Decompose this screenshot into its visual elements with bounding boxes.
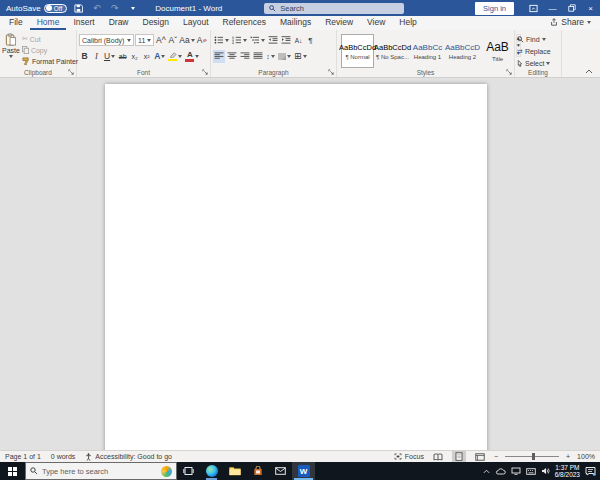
tab-layout[interactable]: Layout [176, 16, 216, 30]
clipboard-dialog-launcher[interactable] [68, 69, 74, 75]
paste-button[interactable]: Paste [2, 32, 20, 67]
zoom-level[interactable]: 100% [577, 453, 595, 460]
customize-qat-button[interactable] [126, 1, 139, 15]
replace-button[interactable]: ⇄ Replace [517, 46, 559, 57]
taskbar-word-button[interactable]: W [292, 462, 315, 480]
align-center-button[interactable] [226, 50, 238, 63]
text-highlight-button[interactable] [167, 50, 183, 63]
italic-button[interactable]: I [91, 50, 102, 63]
tab-draw[interactable]: Draw [102, 16, 136, 30]
tab-design[interactable]: Design [136, 16, 176, 30]
collapse-ribbon-button[interactable] [585, 69, 593, 74]
superscript-button[interactable]: x² [141, 50, 152, 63]
justify-button[interactable] [252, 50, 264, 63]
page-indicator[interactable]: Page 1 of 1 [5, 453, 41, 460]
paragraph-dialog-launcher[interactable] [328, 69, 334, 75]
decrease-indent-button[interactable] [267, 34, 279, 47]
font-color-button[interactable]: A [184, 50, 200, 63]
zoom-out-button[interactable]: − [494, 453, 498, 460]
bold-button[interactable]: B [79, 50, 90, 63]
increase-indent-button[interactable] [280, 34, 292, 47]
action-center-button[interactable] [585, 466, 596, 476]
tray-network-button[interactable] [511, 467, 521, 475]
style-heading-2[interactable]: AaBbCcDHeading 2 [446, 34, 479, 68]
align-right-button[interactable] [239, 50, 251, 63]
tab-review[interactable]: Review [318, 16, 360, 30]
tab-view[interactable]: View [360, 16, 392, 30]
close-button[interactable]: × [581, 0, 600, 16]
zoom-slider[interactable] [505, 456, 559, 457]
tray-volume-button[interactable] [541, 467, 550, 475]
tab-insert[interactable]: Insert [66, 16, 101, 30]
bullets-button[interactable] [213, 34, 230, 47]
tab-home[interactable]: Home [30, 16, 67, 30]
find-button[interactable]: Find [517, 34, 559, 45]
document-page[interactable] [105, 84, 487, 450]
minimize-button[interactable]: — [543, 0, 562, 16]
task-view-button[interactable] [177, 462, 200, 480]
search-box[interactable] [264, 3, 404, 14]
search-highlights-icon[interactable] [161, 466, 172, 477]
select-button[interactable]: Select [517, 58, 559, 69]
word-count[interactable]: 0 words [51, 453, 76, 460]
font-size-combobox[interactable]: 11 [135, 34, 154, 46]
grow-font-button[interactable]: A^ [155, 34, 166, 47]
style-heading-1[interactable]: AaBbCcHeading 1 [411, 34, 444, 68]
save-button[interactable] [72, 1, 85, 15]
style-no-spacing[interactable]: AaBbCcDd¶ No Spac... [376, 34, 409, 68]
read-mode-button[interactable] [431, 451, 445, 462]
start-button[interactable] [0, 462, 25, 480]
tab-references[interactable]: References [216, 16, 273, 30]
subscript-button[interactable]: x₂ [129, 50, 140, 63]
taskbar-search-box[interactable] [25, 462, 177, 480]
ribbon-display-options-button[interactable] [524, 0, 543, 16]
taskbar-store-button[interactable] [246, 462, 269, 480]
styles-dialog-launcher[interactable] [506, 69, 512, 75]
taskbar-clock[interactable]: 1:37 PM 6/8/2023 [555, 464, 580, 478]
web-layout-button[interactable] [473, 451, 487, 462]
sign-in-button[interactable]: Sign in [475, 2, 514, 15]
tab-mailings[interactable]: Mailings [273, 16, 318, 30]
sort-button[interactable]: A↓ [293, 34, 304, 47]
tray-onedrive-button[interactable] [495, 468, 506, 475]
share-button[interactable]: Share [541, 17, 600, 30]
print-layout-button[interactable] [452, 451, 466, 462]
font-dialog-launcher[interactable] [202, 69, 208, 75]
autosave-toggle[interactable]: AutoSave Off [6, 4, 67, 13]
taskbar-mail-button[interactable] [269, 462, 292, 480]
tab-help[interactable]: Help [392, 16, 423, 30]
change-case-button[interactable]: Aa [179, 34, 194, 47]
line-spacing-button[interactable]: ↕ [265, 50, 276, 63]
focus-mode-button[interactable]: Focus [394, 453, 424, 460]
strikethrough-button[interactable]: ab [117, 50, 128, 63]
restore-button[interactable] [562, 0, 581, 16]
undo-button[interactable]: ↶ [90, 1, 103, 15]
search-input[interactable] [280, 4, 380, 13]
shrink-font-button[interactable]: Aˇ [167, 34, 178, 47]
font-family-combobox[interactable]: Calibri (Body) [79, 34, 134, 46]
redo-button[interactable]: ↷ [108, 1, 121, 15]
copy-button[interactable]: Copy [22, 45, 78, 55]
clear-formatting-button[interactable]: A [196, 34, 208, 47]
zoom-slider-thumb[interactable] [532, 453, 535, 460]
format-painter-button[interactable]: Format Painter [22, 56, 78, 66]
accessibility-status[interactable]: Accessibility: Good to go [85, 453, 172, 461]
style-normal[interactable]: AaBbCcDd¶ Normal [341, 34, 374, 68]
show-formatting-marks-button[interactable]: ¶ [305, 34, 316, 47]
taskbar-search-input[interactable] [42, 467, 157, 476]
shading-button[interactable] [277, 50, 292, 63]
tab-file[interactable]: File [2, 16, 30, 30]
multilevel-list-button[interactable] [249, 34, 266, 47]
align-left-button[interactable] [213, 50, 225, 63]
show-hidden-icons-button[interactable] [483, 469, 490, 474]
taskbar-file-explorer-button[interactable] [223, 462, 246, 480]
borders-button[interactable]: ⊞ [293, 50, 308, 63]
cut-button[interactable]: ✂Cut [22, 34, 78, 44]
numbering-button[interactable] [231, 34, 248, 47]
document-area[interactable] [0, 78, 600, 450]
tray-keyboard-button[interactable] [526, 468, 536, 475]
taskbar-edge-button[interactable] [200, 462, 223, 480]
text-effects-button[interactable]: A [153, 50, 166, 63]
underline-button[interactable]: U [103, 50, 116, 63]
zoom-in-button[interactable]: + [566, 453, 570, 460]
